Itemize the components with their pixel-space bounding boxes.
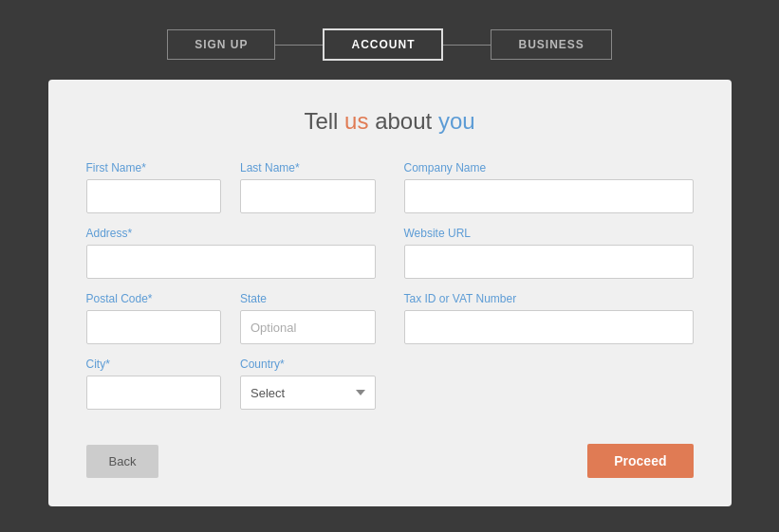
form-title: Tell us about you bbox=[86, 108, 694, 135]
country-label: Country* bbox=[240, 358, 376, 371]
proceed-button[interactable]: Proceed bbox=[587, 444, 693, 478]
name-row: First Name* Last Name* bbox=[86, 161, 376, 213]
tax-id-input[interactable] bbox=[404, 310, 694, 344]
form-left: First Name* Last Name* Address* Postal C… bbox=[86, 161, 376, 423]
tax-id-label: Tax ID or VAT Number bbox=[404, 292, 694, 305]
step-signup[interactable]: SIGN UP bbox=[167, 29, 275, 60]
postal-state-row: Postal Code* State bbox=[86, 292, 376, 344]
step-business[interactable]: BUSINESS bbox=[491, 29, 611, 60]
step-connector-1 bbox=[275, 45, 323, 46]
step-account-label: ACCOUNT bbox=[351, 38, 415, 51]
city-label: City* bbox=[86, 358, 222, 371]
first-name-input[interactable] bbox=[86, 179, 222, 213]
last-name-label: Last Name* bbox=[240, 161, 376, 174]
state-group: State bbox=[240, 292, 376, 344]
city-country-row: City* Country* Select United States Unit… bbox=[86, 358, 376, 410]
title-part1: Tell bbox=[304, 108, 344, 134]
last-name-input[interactable] bbox=[240, 179, 376, 213]
tax-row: Tax ID or VAT Number bbox=[404, 292, 694, 344]
form-columns: First Name* Last Name* Address* Postal C… bbox=[86, 161, 694, 423]
buttons-row: Back Proceed bbox=[86, 444, 694, 478]
address-group: Address* bbox=[86, 227, 376, 279]
title-us: us bbox=[344, 108, 368, 134]
form-right: Company Name Website URL Tax ID or VAT N… bbox=[404, 161, 694, 423]
form-card: Tell us about you First Name* Last Name*… bbox=[48, 80, 732, 506]
postal-code-input[interactable] bbox=[86, 310, 222, 344]
company-name-group: Company Name bbox=[404, 161, 694, 213]
step-account[interactable]: ACCOUNT bbox=[323, 28, 443, 61]
first-name-group: First Name* bbox=[86, 161, 222, 213]
postal-code-label: Postal Code* bbox=[86, 292, 222, 305]
city-group: City* bbox=[86, 358, 222, 410]
tax-id-group: Tax ID or VAT Number bbox=[404, 292, 694, 344]
state-label: State bbox=[240, 292, 376, 305]
last-name-group: Last Name* bbox=[240, 161, 376, 213]
website-group: Website URL bbox=[404, 227, 694, 279]
step-connector-2 bbox=[443, 45, 491, 46]
company-row: Company Name bbox=[404, 161, 694, 213]
title-you: you bbox=[438, 108, 475, 134]
title-part2: about bbox=[368, 108, 437, 134]
address-input[interactable] bbox=[86, 245, 376, 279]
address-label: Address* bbox=[86, 227, 376, 240]
country-select[interactable]: Select United States United Kingdom Cana… bbox=[240, 376, 376, 410]
step-signup-label: SIGN UP bbox=[195, 38, 248, 51]
back-button[interactable]: Back bbox=[86, 445, 159, 478]
city-input[interactable] bbox=[86, 376, 222, 410]
company-name-label: Company Name bbox=[404, 161, 694, 174]
company-name-input[interactable] bbox=[404, 179, 694, 213]
first-name-label: First Name* bbox=[86, 161, 222, 174]
postal-code-group: Postal Code* bbox=[86, 292, 222, 344]
state-input[interactable] bbox=[240, 310, 376, 344]
website-url-label: Website URL bbox=[404, 227, 694, 240]
stepper: SIGN UP ACCOUNT BUSINESS bbox=[167, 28, 612, 61]
step-business-label: BUSINESS bbox=[518, 38, 584, 51]
website-url-input[interactable] bbox=[404, 245, 694, 279]
country-group: Country* Select United States United Kin… bbox=[240, 358, 376, 410]
